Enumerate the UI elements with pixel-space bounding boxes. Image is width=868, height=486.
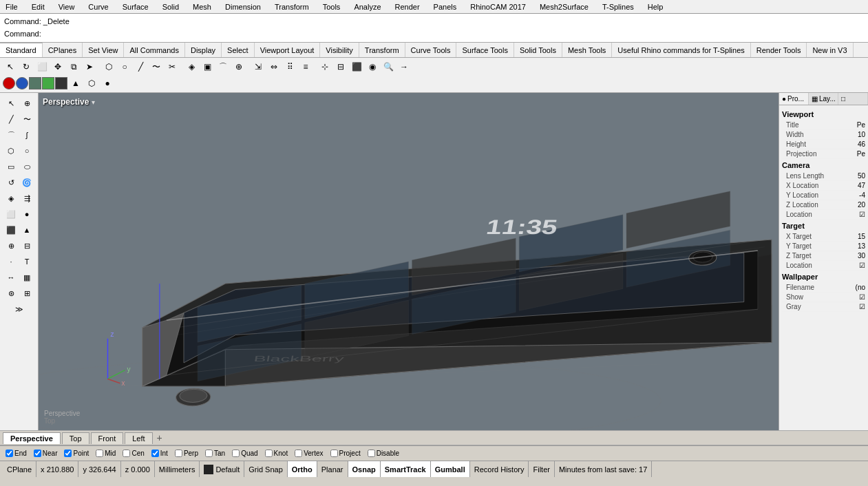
rp-tab-layers[interactable]: ▦ Lay...	[809, 93, 838, 105]
tab-display[interactable]: Display	[185, 43, 222, 57]
osnap-quad[interactable]: Quad	[229, 446, 260, 461]
color-dark-sq[interactable]	[55, 77, 67, 89]
gumball-btn[interactable]: ⊛	[3, 286, 19, 301]
ellipse-btn[interactable]: ⬭	[19, 159, 34, 174]
osnap-end[interactable]: End	[3, 446, 30, 461]
menu-mesh[interactable]: Mesh	[190, 1, 214, 12]
osnap-vertex-check[interactable]	[295, 450, 302, 457]
polygon-tool[interactable]: ⬡	[101, 59, 116, 74]
vptab-perspective[interactable]: Perspective	[3, 432, 61, 444]
status-planar[interactable]: Planar	[317, 461, 348, 477]
osnap-project-check[interactable]	[330, 450, 338, 457]
box-tool[interactable]: ⬜	[34, 59, 50, 74]
shade-tool[interactable]: ⬛	[349, 59, 364, 74]
more-btn[interactable]: ≫	[12, 302, 27, 317]
tab-meshtools[interactable]: Mesh Tools	[562, 43, 612, 57]
status-gumball[interactable]: Gumball	[431, 461, 470, 477]
array-tool[interactable]: ⠿	[282, 59, 297, 74]
menu-dimension[interactable]: Dimension	[222, 1, 264, 12]
move-tool[interactable]: ✥	[50, 59, 65, 74]
tab-viewportlayout[interactable]: Viewport Layout	[255, 43, 321, 57]
boolean2-btn[interactable]: ⊕	[3, 238, 19, 253]
color-blue[interactable]	[16, 77, 28, 89]
line-btn[interactable]: ╱	[3, 112, 19, 127]
status-ortho[interactable]: Ortho	[288, 461, 317, 477]
menu-tools[interactable]: Tools	[320, 1, 343, 12]
osnap-perp[interactable]: Perp	[172, 446, 201, 461]
status-osnap[interactable]: Osnap	[348, 461, 381, 477]
osnap-knot-check[interactable]	[265, 450, 273, 457]
menu-edit[interactable]: Edit	[29, 1, 47, 12]
box2-btn[interactable]: ⬜	[3, 207, 19, 222]
tab-cplanes[interactable]: CPlanes	[43, 43, 83, 57]
line-tool[interactable]: ╱	[133, 59, 148, 74]
trim-tool[interactable]: ✂	[165, 59, 180, 74]
osnap-tan-check[interactable]	[205, 450, 213, 457]
menu-rhinocam[interactable]: RhinoCAM 2017	[467, 1, 529, 12]
viewport[interactable]: Perspective ▾	[39, 93, 779, 430]
vptab-top[interactable]: Top	[62, 432, 89, 444]
fillet-tool[interactable]: ⌒	[215, 59, 231, 74]
menu-tsplines[interactable]: T-Splines	[600, 1, 637, 12]
tab-curvetools[interactable]: Curve Tools	[405, 43, 457, 57]
align-tool[interactable]: ≡	[298, 59, 313, 74]
menu-help[interactable]: Help	[645, 1, 666, 12]
rect-btn[interactable]: ▭	[3, 159, 19, 174]
menu-analyze[interactable]: Analyze	[351, 1, 383, 12]
viewport-dropdown[interactable]: ▾	[92, 98, 95, 106]
status-filter[interactable]: Filter	[529, 461, 554, 477]
circle2-btn[interactable]: ○	[19, 143, 34, 158]
shape-sphere[interactable]: ●	[100, 76, 115, 91]
point-filter-btn[interactable]: ⊕	[19, 96, 34, 111]
tab-visibility[interactable]: Visibility	[320, 43, 359, 57]
menu-solid[interactable]: Solid	[160, 1, 182, 12]
curve-btn[interactable]: 〜	[19, 112, 34, 127]
osnap-mid[interactable]: Mid	[93, 446, 118, 461]
point-btn[interactable]: ·	[3, 254, 19, 269]
menu-render[interactable]: Render	[392, 1, 423, 12]
osnap-int[interactable]: Int	[149, 446, 171, 461]
vptab-front[interactable]: Front	[91, 432, 124, 444]
osnap-near-check[interactable]	[34, 450, 41, 457]
tab-allcommands[interactable]: All Commands	[124, 43, 185, 57]
osnap-end-check[interactable]	[6, 450, 13, 457]
offset-btn[interactable]: ⊟	[19, 238, 34, 253]
extrude-tool[interactable]: ▣	[200, 59, 215, 74]
tab-standard[interactable]: Standard	[0, 43, 43, 57]
tab-setview[interactable]: Set View	[83, 43, 124, 57]
vptab-left[interactable]: Left	[125, 432, 152, 444]
menu-surface[interactable]: Surface	[120, 1, 151, 12]
osnap-quad-check[interactable]	[232, 450, 240, 457]
cylinder-btn[interactable]: ⬛	[3, 222, 19, 237]
color-green-sq[interactable]	[29, 77, 41, 89]
menu-file[interactable]: File	[3, 1, 21, 12]
status-unit[interactable]: Millimeters	[155, 461, 200, 477]
osnap-point-check[interactable]	[64, 450, 72, 457]
menu-view[interactable]: View	[56, 1, 78, 12]
osnap-project[interactable]: Project	[328, 446, 363, 461]
rotate2-btn[interactable]: ↺	[3, 175, 19, 190]
rotate-tool[interactable]: ↻	[19, 59, 34, 74]
color-light-green-sq[interactable]	[42, 77, 54, 89]
osnap-int-check[interactable]	[151, 450, 159, 457]
arrow-right-tool[interactable]: ➤	[82, 59, 97, 74]
shape-hex[interactable]: ⬡	[84, 76, 99, 91]
scale-tool[interactable]: ⇲	[251, 59, 266, 74]
tab-rendertools[interactable]: Render Tools	[751, 43, 807, 57]
render-tool[interactable]: ◉	[365, 59, 380, 74]
status-record-history[interactable]: Record History	[470, 461, 529, 477]
osnap-vertex[interactable]: Vertex	[292, 446, 326, 461]
dim-btn[interactable]: ↔	[3, 270, 19, 285]
menu-curve[interactable]: Curve	[85, 1, 111, 12]
cage-btn[interactable]: ⊞	[19, 286, 34, 301]
add-viewport-button[interactable]: +	[154, 432, 165, 443]
rp-tab-other[interactable]: □	[838, 93, 868, 105]
osnap-knot[interactable]: Knot	[262, 446, 291, 461]
spiral-btn[interactable]: 🌀	[19, 175, 34, 190]
tab-tsplines-useful[interactable]: Useful Rhino commands for T-Splines	[612, 43, 750, 57]
tab-transform[interactable]: Transform	[359, 43, 405, 57]
status-gridsnap[interactable]: Grid Snap	[244, 461, 288, 477]
command-input[interactable]	[44, 30, 319, 38]
menu-panels[interactable]: Panels	[431, 1, 460, 12]
status-cplane[interactable]: CPlane	[3, 461, 36, 477]
